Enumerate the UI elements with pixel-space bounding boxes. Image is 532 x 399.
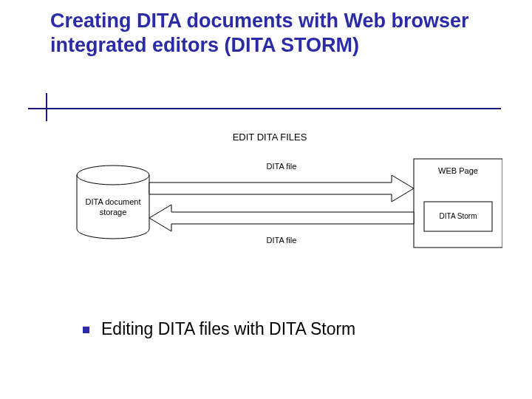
slide: Creating DITA documents with Web browser… bbox=[0, 0, 532, 399]
storage-label-line2: storage bbox=[100, 208, 127, 216]
page-title: Creating DITA documents with Web browser… bbox=[50, 9, 501, 58]
title-rule bbox=[28, 108, 501, 109]
arrow-right-icon bbox=[149, 175, 414, 202]
arrow-right-label: DITA file bbox=[267, 162, 297, 171]
arrow-left-icon bbox=[149, 205, 414, 231]
bullet-text: Editing DITA files with DITA Storm bbox=[101, 319, 355, 339]
bullet-item: Editing DITA files with DITA Storm bbox=[83, 319, 355, 339]
svg-point-0 bbox=[77, 166, 149, 185]
diagram-heading: EDIT DITA FILES bbox=[233, 132, 307, 143]
bullet-icon bbox=[83, 327, 89, 333]
title-accent bbox=[46, 93, 47, 121]
storage-label-line1: DITA document bbox=[86, 197, 141, 206]
dita-storm-label: DITA Storm bbox=[440, 212, 477, 220]
web-page-label: WEB Page bbox=[438, 166, 478, 175]
arrow-left-label: DITA file bbox=[267, 236, 297, 245]
architecture-diagram: EDIT DITA FILES DITA document storage WE… bbox=[37, 129, 502, 292]
